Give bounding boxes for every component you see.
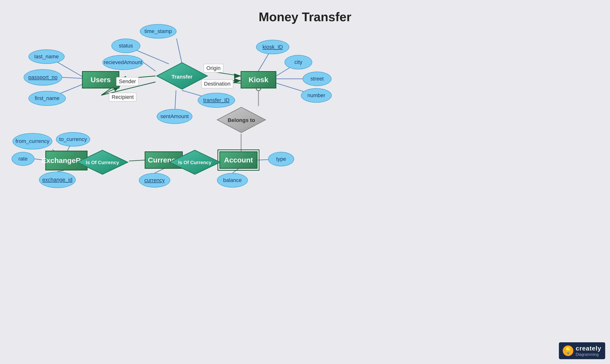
svg-text:Is Of Currency: Is Of Currency xyxy=(178,160,212,165)
svg-line-28 xyxy=(129,160,145,161)
svg-text:Transfer: Transfer xyxy=(172,74,193,80)
entity-account: Account xyxy=(220,151,258,169)
attr-transfer-id: transfer_ID xyxy=(198,93,235,108)
rel-is-of-currency-left: Is Of Currency xyxy=(76,149,129,175)
rel-is-of-currency-right: Is Of Currency xyxy=(168,149,221,175)
attr-passport-no: passport_no xyxy=(24,69,62,86)
logo-text: creately Diagramming xyxy=(576,345,601,357)
attr-type: type xyxy=(268,152,294,166)
attr-balance: balance xyxy=(217,173,248,188)
attr-sent-amount: sentAmount xyxy=(157,109,192,124)
attr-time-stamp: time_stamp xyxy=(140,24,177,39)
rel-label-origin: Origin xyxy=(204,64,223,73)
attr-street: street xyxy=(303,72,332,86)
attr-exchange-id: exchange_id xyxy=(39,172,76,188)
entity-users: Users xyxy=(82,71,119,89)
svg-line-8 xyxy=(143,63,156,71)
logo-icon: 💡 xyxy=(563,345,573,356)
attr-from-currency: from_currency xyxy=(13,133,52,149)
rel-label-sender: Sender xyxy=(116,77,139,86)
svg-line-19 xyxy=(155,169,164,173)
attr-city: city xyxy=(285,55,312,69)
rel-label-recipient: Recipient xyxy=(109,93,136,102)
svg-text:Belongs to: Belongs to xyxy=(228,117,255,123)
svg-line-6 xyxy=(177,39,182,64)
attr-currency: currency xyxy=(139,173,170,188)
rel-label-destination: Destination xyxy=(201,79,233,88)
rel-belongs-to: Belongs to xyxy=(216,106,267,134)
attr-received-amount: recievedAmount xyxy=(103,55,143,70)
attr-rate: rate xyxy=(12,152,35,166)
attr-status: status xyxy=(111,39,140,53)
svg-line-21 xyxy=(233,169,238,173)
logo-area: 💡 creately Diagramming xyxy=(559,342,605,359)
entity-kiosk: Kiosk xyxy=(241,71,276,89)
svg-text:Is Of Currency: Is Of Currency xyxy=(86,160,119,165)
rel-transfer: Transfer xyxy=(156,62,208,91)
attr-last-name: last_name xyxy=(28,49,65,64)
svg-line-4 xyxy=(62,77,82,78)
attr-number: number xyxy=(301,88,332,103)
attr-to-currency: to_currency xyxy=(56,132,90,147)
attr-first-name: first_name xyxy=(28,91,66,106)
attr-kiosk-id: kiosk_ID xyxy=(256,40,289,54)
